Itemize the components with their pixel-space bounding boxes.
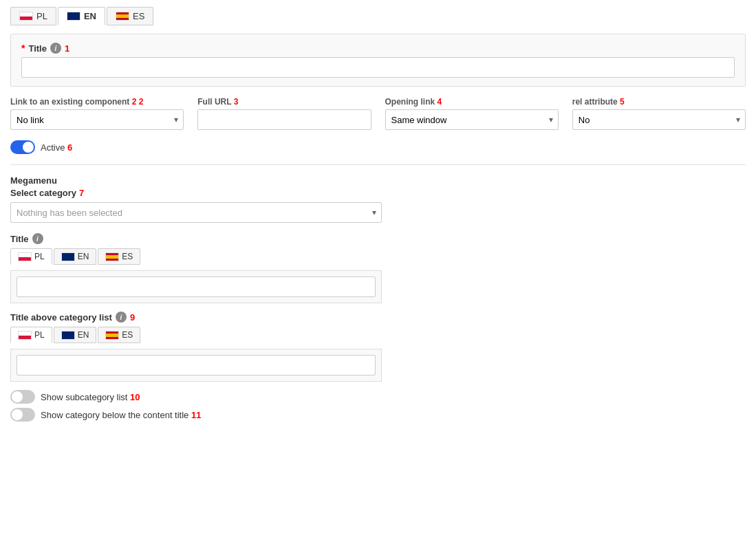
show-subcategory-label: Show subcategory list 10 bbox=[41, 392, 140, 402]
tab-pl-label: PL bbox=[36, 11, 47, 21]
flag-es-icon bbox=[116, 12, 129, 21]
flag-es-inner-icon bbox=[105, 252, 119, 261]
tab-pl[interactable]: PL bbox=[10, 7, 56, 25]
link-fields-row: Link to an existing component 2 2 No lin… bbox=[10, 97, 746, 130]
megamenu-title-input-box bbox=[10, 270, 382, 303]
show-category-below-toggle[interactable] bbox=[10, 408, 35, 422]
flag-pl-icon bbox=[19, 12, 33, 21]
title-field-label: * Title i 1 bbox=[21, 43, 735, 54]
title-above-tab-es[interactable]: ES bbox=[98, 327, 140, 343]
title-input[interactable] bbox=[21, 57, 735, 78]
active-toggle-slider bbox=[10, 140, 35, 154]
full-url-label: Full URL 3 bbox=[197, 97, 371, 107]
category-select[interactable]: Nothing has been selected bbox=[10, 202, 382, 223]
language-tabs: PL EN ES bbox=[10, 7, 746, 25]
rel-attribute-select-wrapper: No nofollow noopener bbox=[572, 109, 746, 130]
megamenu-title-tab-en[interactable]: EN bbox=[54, 248, 97, 265]
show-category-below-row: Show category below the content title 11 bbox=[10, 408, 382, 422]
megamenu-section: Megamenu Select category 7 Nothing has b… bbox=[10, 175, 382, 422]
title-above-tab-en[interactable]: EN bbox=[54, 327, 97, 343]
full-url-group: Full URL 3 bbox=[197, 97, 371, 130]
rel-attribute-group: rel attribute 5 No nofollow noopener bbox=[572, 97, 746, 130]
megamenu-title-tab-pl[interactable]: PL bbox=[10, 248, 52, 265]
megamenu-title-tab-es[interactable]: ES bbox=[98, 248, 140, 265]
flag-es-cat-icon bbox=[105, 331, 119, 340]
tab-en[interactable]: EN bbox=[58, 7, 105, 25]
show-category-below-slider bbox=[10, 408, 35, 422]
megamenu-inner-title-label: Title i bbox=[10, 233, 382, 244]
full-url-input[interactable] bbox=[197, 109, 371, 130]
tab-en-label: EN bbox=[84, 11, 96, 21]
active-toggle[interactable] bbox=[10, 140, 35, 154]
flag-pl-cat-icon bbox=[18, 331, 32, 340]
megamenu-title-text: Megamenu bbox=[10, 175, 382, 186]
select-category-step: 7 bbox=[79, 188, 84, 198]
rel-attribute-select[interactable]: No nofollow noopener bbox=[572, 109, 746, 130]
rel-attribute-label: rel attribute 5 bbox=[572, 97, 746, 107]
show-subcategory-slider bbox=[10, 390, 35, 404]
opening-link-group: Opening link 4 Same window New window bbox=[385, 97, 559, 130]
megamenu-title-tabs: PL EN ES bbox=[10, 248, 382, 265]
title-above-tab-pl[interactable]: PL bbox=[10, 327, 52, 343]
title-info-icon[interactable]: i bbox=[50, 43, 61, 54]
show-subcategory-toggle[interactable] bbox=[10, 390, 35, 404]
tab-es[interactable]: ES bbox=[107, 7, 153, 25]
link-existing-select-wrapper: No link Component A Component B bbox=[10, 109, 184, 130]
flag-en-cat-icon bbox=[61, 331, 75, 340]
flag-en-inner-icon bbox=[61, 252, 75, 261]
category-select-wrapper: Nothing has been selected bbox=[10, 202, 382, 223]
title-above-category-tabs: PL EN ES bbox=[10, 327, 382, 343]
opening-link-select-wrapper: Same window New window bbox=[385, 109, 559, 130]
title-above-category-info-icon[interactable]: i bbox=[116, 312, 127, 323]
link-existing-label: Link to an existing component 2 2 bbox=[10, 97, 184, 107]
select-category-label: Select category 7 bbox=[10, 188, 382, 198]
opening-link-label: Opening link 4 bbox=[385, 97, 559, 107]
flag-pl-inner-icon bbox=[18, 252, 32, 261]
required-asterisk: * bbox=[21, 43, 25, 54]
title-above-category-input-box bbox=[10, 349, 382, 382]
megamenu-title-info-icon[interactable]: i bbox=[32, 233, 43, 244]
title-label-text: Title bbox=[28, 43, 47, 54]
opening-link-select[interactable]: Same window New window bbox=[385, 109, 559, 130]
show-subcategory-row: Show subcategory list 10 bbox=[10, 390, 382, 404]
title-above-category-label: Title above category list i 9 bbox=[10, 312, 382, 323]
link-existing-select[interactable]: No link Component A Component B bbox=[10, 109, 184, 130]
title-above-step: 9 bbox=[130, 312, 135, 323]
title-above-category-input[interactable] bbox=[17, 355, 376, 376]
tab-es-label: ES bbox=[133, 11, 144, 21]
link-existing-group: Link to an existing component 2 2 No lin… bbox=[10, 97, 184, 130]
title-section: * Title i 1 bbox=[10, 34, 746, 87]
flag-en-icon bbox=[67, 12, 80, 21]
active-label: Active 6 bbox=[41, 142, 72, 153]
title-step-num: 1 bbox=[65, 43, 69, 54]
active-toggle-row: Active 6 bbox=[10, 140, 746, 154]
megamenu-title-input[interactable] bbox=[17, 276, 376, 297]
divider-1 bbox=[10, 164, 746, 165]
show-category-below-label: Show category below the content title 11 bbox=[41, 410, 201, 420]
